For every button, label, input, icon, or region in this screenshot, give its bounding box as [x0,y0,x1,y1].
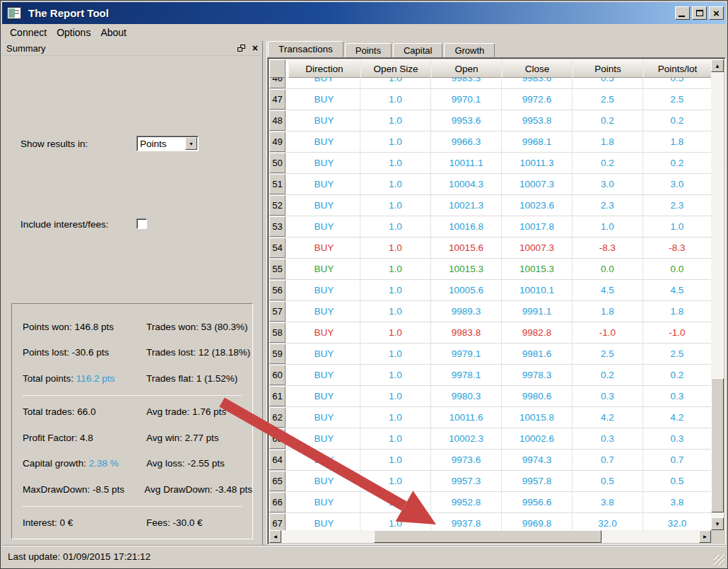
table-row[interactable]: 50BUY1.010011.110011.30.20.2 [269,153,711,174]
table-row[interactable]: 65BUY1.09957.39957.80.50.5 [269,471,711,492]
cell-open-size: 1.0 [360,216,431,237]
stat-value: 116.2 pts [76,373,115,384]
table-row[interactable]: 64BUY1.09973.69974.30.70.7 [269,450,711,471]
scroll-up-icon[interactable]: ▲ [711,59,724,72]
table-row[interactable]: 47BUY1.09970.19972.62.52.5 [269,89,711,110]
table-row[interactable]: 60BUY1.09978.19978.30.20.2 [269,365,711,386]
row-number[interactable]: 57 [269,301,286,322]
row-number[interactable]: 55 [269,259,286,279]
stat-value: 146.8 pts [75,322,115,332]
scroll-right-icon[interactable]: ► [699,530,711,543]
table-row[interactable]: 48BUY1.09953.69953.80.20.2 [269,110,711,131]
summary-panel-header: Summary × [2,41,262,56]
tab-capital[interactable]: Capital [393,43,442,57]
table-row[interactable]: 61BUY1.09980.39980.60.30.3 [269,386,711,407]
horizontal-scroll-thumb[interactable] [374,530,601,543]
row-number[interactable]: 54 [269,237,286,258]
row-number[interactable]: 67 [269,513,286,530]
row-number[interactable]: 63 [269,428,286,449]
panel-close-icon[interactable]: × [252,43,258,53]
cell-points: -1.0 [573,322,643,343]
cell-open: 10016.8 [431,216,502,237]
row-number[interactable]: 51 [269,174,286,194]
stat-row: Points won: 146.8 ptsTrades won: 53 (80.… [23,314,252,340]
table-row[interactable]: 58BUY1.09983.89982.8-1.0-1.0 [269,322,711,344]
column-header-points-lot[interactable]: Points/lot [643,59,711,78]
cell-direction: BUY [288,237,360,258]
vertical-scroll-thumb[interactable] [711,378,724,512]
resize-grip[interactable] [714,555,724,565]
column-header-open[interactable]: Open [431,59,502,78]
row-number[interactable]: 61 [269,386,286,406]
row-number[interactable]: 56 [269,280,286,300]
table-row[interactable]: 49BUY1.09966.39968.11.81.8 [269,131,711,153]
table-row[interactable]: 66BUY1.09952.89956.63.83.8 [269,492,711,513]
column-header-points[interactable]: Points [573,59,643,78]
row-number[interactable]: 64 [269,450,286,470]
horizontal-scrollbar[interactable]: ◄ ► [269,530,711,543]
cell-open-size: 1.0 [360,407,431,428]
show-results-combobox[interactable]: Points ▼ [136,136,199,151]
stat-value: 2.77 pts [185,433,219,443]
row-number[interactable]: 48 [269,110,286,131]
close-button[interactable]: × [709,6,724,20]
column-header-direction[interactable]: Direction [288,59,360,78]
table-row[interactable]: 56BUY1.010005.610010.14.54.5 [269,280,711,301]
tab-points[interactable]: Points [345,43,392,57]
row-number[interactable]: 65 [269,471,286,491]
cell-open: 10015.6 [431,237,502,258]
row-number[interactable]: 46 [269,78,286,88]
vertical-scrollbar[interactable]: ▲ ▼ [711,59,724,530]
table-row[interactable]: 55BUY1.010015.310015.30.00.0 [269,259,711,280]
row-number[interactable]: 47 [269,89,286,110]
transactions-table: DirectionOpen SizeOpenClosePointsPoints/… [267,57,726,545]
include-fees-checkbox[interactable] [136,218,147,229]
table-row[interactable]: 51BUY1.010004.310007.33.03.0 [269,174,711,195]
row-number[interactable]: 59 [269,344,286,364]
row-number[interactable]: 53 [269,216,286,237]
maximize-button[interactable] [692,6,707,20]
row-number[interactable]: 62 [269,407,286,428]
panel-splitter[interactable] [262,41,267,545]
row-number[interactable]: 52 [269,195,286,216]
table-corner-cell-inner [269,59,286,78]
row-number[interactable]: 49 [269,131,286,152]
column-header-close[interactable]: Close [502,59,573,78]
minimize-button[interactable] [675,6,690,20]
cell-close: 10023.6 [502,195,573,216]
cell-direction: BUY [288,89,360,110]
table-row[interactable]: 52BUY1.010021.310023.62.32.3 [269,195,711,216]
row-number[interactable]: 50 [269,153,286,173]
row-number[interactable]: 66 [269,492,286,512]
table-row[interactable]: 53BUY1.010016.810017.81.01.0 [269,216,711,237]
cell-close: 10011.3 [502,153,573,173]
chevron-down-icon[interactable]: ▼ [185,137,197,150]
tab-growth[interactable]: Growth [444,43,495,57]
tab-transactions[interactable]: Transactions [268,41,344,57]
cell-open-size: 1.0 [360,259,431,279]
stat-label: Avg DrawDown: [144,484,215,495]
row-number[interactable]: 58 [269,322,286,343]
column-header-open-size[interactable]: Open Size [360,59,431,78]
float-panel-icon[interactable] [237,45,245,52]
table-row[interactable]: 67BUY1.09937.89969.832.032.0 [269,513,711,530]
menu-item-connect[interactable]: Connect [5,25,52,40]
scroll-down-icon[interactable]: ▼ [711,517,724,530]
stat-label: Avg loss: [146,458,187,469]
cell-open-size: 1.0 [360,492,431,512]
table-row[interactable]: 59BUY1.09979.19981.62.52.5 [269,344,711,365]
menu-item-about[interactable]: About [95,25,131,40]
scroll-left-icon[interactable]: ◄ [269,530,281,543]
cell-points-per-lot: -1.0 [643,322,711,343]
report-panel: TransactionsPointsCapitalGrowth Directio… [267,41,726,545]
table-row[interactable]: 54BUY1.010015.610007.3-8.3-8.3 [269,237,711,259]
cell-open-size: 1.0 [360,471,431,491]
row-number[interactable]: 60 [269,365,286,385]
table-row[interactable]: 62BUY1.010011.610015.84.24.2 [269,407,711,428]
table-row[interactable]: 46BUY1.09983.39983.60.50.5 [269,78,711,89]
table-row[interactable]: 63BUY1.010002.310002.60.30.3 [269,428,711,450]
cell-direction: BUY [288,259,360,279]
menu-item-options[interactable]: Options [52,25,95,40]
table-row[interactable]: 57BUY1.09989.39991.11.81.8 [269,301,711,322]
cell-points-per-lot: 0.5 [643,471,711,491]
